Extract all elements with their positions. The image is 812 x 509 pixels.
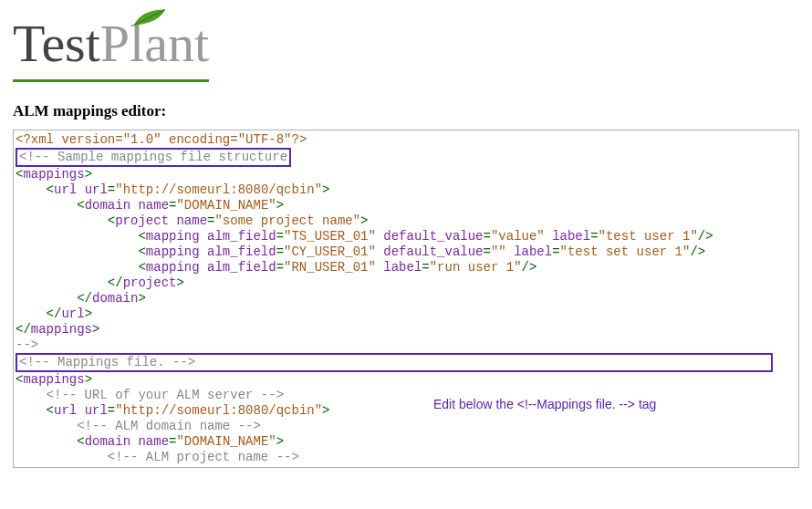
code-line: <!-- URL of your ALM server --> [16,388,796,403]
code-line: <mappings> [16,372,796,388]
code-line: <project name="some project name"> [16,213,796,229]
code-line: <mapping alm_field="RN_USER_01" label="r… [16,260,796,275]
code-line: <url url="http://someurl:8080/qcbin"> [16,182,796,198]
xml-editor[interactable]: <?xml version="1.0" encoding="UTF-8"?> <… [13,130,799,468]
code-line: <mappings> [16,167,796,182]
code-line: <domain name="DOMAIN_NAME"> [16,198,796,213]
code-line: </project> [16,275,796,291]
code-line: <!-- ALM domain name --> [16,419,796,434]
leaf-icon [132,7,167,27]
code-line: --> [16,338,796,353]
highlight-sample-comment: <!-- Sample mappings file structure [16,148,796,167]
code-line: </mappings> [16,322,796,338]
edit-annotation: Edit below the <!--Mappings file. --> ta… [433,397,656,412]
logo-text-plant: Plant [100,13,209,74]
code-line: <mapping alm_field="TS_USER_01" default_… [16,229,796,244]
code-line: </url> [16,306,796,322]
code-line: <!-- ALM project name --> [16,450,796,465]
logo: Test Plant [13,13,209,82]
code-line: <mapping alm_field="CY_USER_01" default_… [16,244,796,260]
code-line: </domain> [16,291,796,306]
code-line: <domain name="DOMAIN_NAME"> [16,434,796,450]
logo-text-test: Test [13,13,100,74]
code-line: <?xml version="1.0" encoding="UTF-8"?> [16,132,796,148]
highlight-mappings-comment: <!-- Mappings file. --> [16,353,796,372]
code-line: <url url="http://someurl:8080/qcbin"> [16,403,796,419]
page-title: ALM mappings editor: [13,102,799,120]
